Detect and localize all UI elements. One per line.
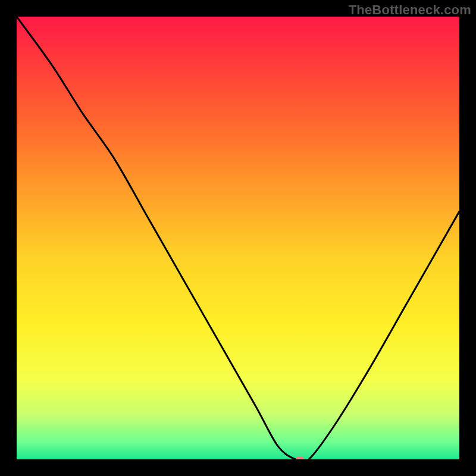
plot-area <box>17 17 459 459</box>
optimal-marker <box>296 457 304 460</box>
watermark-text: TheBottleneck.com <box>349 2 471 18</box>
gradient-background <box>17 17 459 459</box>
plot-svg <box>17 17 459 459</box>
chart-frame: TheBottleneck.com <box>0 0 476 476</box>
